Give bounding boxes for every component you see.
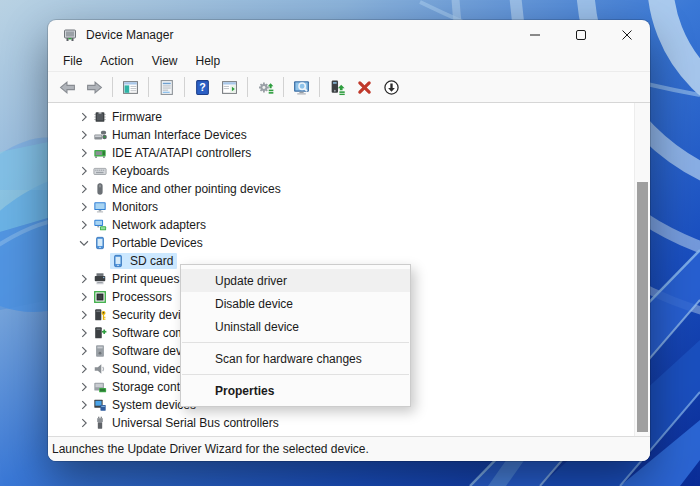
minimize-button[interactable]: [512, 20, 558, 50]
toolbar-separator: [112, 77, 113, 97]
chevron-right-icon[interactable]: [76, 307, 92, 323]
toolbar-separator: [247, 77, 248, 97]
tree-item-mice-and-other-pointing-devices[interactable]: Mice and other pointing devices: [48, 180, 635, 198]
uninstall-device-button[interactable]: [352, 75, 377, 100]
chevron-right-icon[interactable]: [76, 181, 92, 197]
keyboard-icon: [93, 164, 107, 178]
tree-item-portable-devices[interactable]: Portable Devices: [48, 234, 635, 252]
context-menu-separator: [182, 374, 409, 375]
printer-icon: [93, 272, 107, 286]
back-arrow-button[interactable]: [55, 75, 80, 100]
tree-item-ide-ata-atapi-controllers[interactable]: IDE ATA/ATAPI controllers: [48, 144, 635, 162]
update-driver-software-icon: [257, 79, 274, 96]
close-button[interactable]: [604, 20, 650, 50]
portable-device-icon: [111, 254, 125, 268]
tree-item-body: Monitors: [92, 199, 162, 215]
menubar-item-file[interactable]: File: [54, 52, 91, 70]
tree-item-label: SD card: [130, 254, 173, 268]
chevron-right-icon[interactable]: [76, 217, 92, 233]
scan-hardware-changes-button[interactable]: [289, 75, 314, 100]
disable-device-button[interactable]: [379, 75, 404, 100]
chevron-right-icon[interactable]: [76, 397, 92, 413]
tree-item-body: Print queues: [92, 271, 183, 287]
device-manager-icon: [62, 27, 78, 43]
menubar-item-action[interactable]: Action: [91, 52, 142, 70]
tree-item-body: Human Interface Devices: [92, 127, 251, 143]
toolbar-separator: [319, 77, 320, 97]
menubar-item-help[interactable]: Help: [187, 52, 230, 70]
help-button[interactable]: ?: [190, 75, 215, 100]
update-driver-button[interactable]: [325, 75, 350, 100]
tree-item-label: Mice and other pointing devices: [112, 182, 281, 196]
chevron-right-icon[interactable]: [76, 199, 92, 215]
chevron-right-icon[interactable]: [76, 163, 92, 179]
title-bar[interactable]: Device Manager: [48, 20, 650, 50]
maximize-icon: [576, 30, 586, 40]
chevron-spacer: [94, 253, 110, 269]
menubar-item-view[interactable]: View: [143, 52, 187, 70]
chevron-right-icon[interactable]: [76, 289, 92, 305]
maximize-button[interactable]: [558, 20, 604, 50]
chevron-right-icon[interactable]: [76, 361, 92, 377]
svg-text:?: ?: [199, 81, 205, 93]
update-driver-software-button[interactable]: [253, 75, 278, 100]
tree-item-human-interface-devices[interactable]: Human Interface Devices: [48, 126, 635, 144]
action-pane-button[interactable]: [217, 75, 242, 100]
chevron-right-icon[interactable]: [76, 271, 92, 287]
network-adapter-icon: [93, 218, 107, 232]
tree-item-label: Keyboards: [112, 164, 169, 178]
ide-controller-icon: [93, 146, 107, 160]
tree-item-network-adapters[interactable]: Network adapters: [48, 216, 635, 234]
chevron-right-icon[interactable]: [76, 379, 92, 395]
toolbar-separator: [283, 77, 284, 97]
forward-arrow-icon: [86, 79, 103, 96]
tree-item-label: Network adapters: [112, 218, 206, 232]
window-controls: [512, 20, 650, 50]
menu-bar: FileActionViewHelp: [48, 50, 650, 72]
toolbar: ?: [48, 72, 650, 103]
chevron-right-icon[interactable]: [76, 343, 92, 359]
tree-item-firmware[interactable]: Firmware: [48, 108, 635, 126]
hid-icon: [93, 128, 107, 142]
scan-hardware-changes-icon: [293, 79, 310, 96]
update-driver-icon: [329, 79, 346, 96]
vertical-scrollbar[interactable]: [634, 103, 650, 436]
tree-item-body: Firmware: [92, 109, 166, 125]
show-console-tree-icon: [122, 79, 139, 96]
chevron-right-icon[interactable]: [76, 127, 92, 143]
context-menu: Update driverDisable deviceUninstall dev…: [180, 264, 411, 407]
properties-button[interactable]: [154, 75, 179, 100]
tree-item-keyboards[interactable]: Keyboards: [48, 162, 635, 180]
scrollbar-thumb[interactable]: [637, 182, 648, 432]
window-title: Device Manager: [86, 28, 173, 42]
tree-item-label: Portable Devices: [112, 236, 203, 250]
back-arrow-icon: [59, 79, 76, 96]
tree-item-label: Firmware: [112, 110, 162, 124]
context-menu-item-scan-for-hardware-changes[interactable]: Scan for hardware changes: [181, 347, 410, 370]
tree-item-label: Processors: [112, 290, 172, 304]
chevron-right-icon[interactable]: [76, 415, 92, 431]
forward-arrow-button[interactable]: [82, 75, 107, 100]
context-menu-item-disable-device[interactable]: Disable device: [181, 292, 410, 315]
help-icon: ?: [194, 79, 211, 96]
action-pane-icon: [221, 79, 238, 96]
context-menu-item-properties[interactable]: Properties: [181, 379, 410, 402]
tree-item-label: Universal Serial Bus controllers: [112, 416, 279, 430]
sound-icon: [93, 362, 107, 376]
toolbar-separator: [184, 77, 185, 97]
chevron-right-icon[interactable]: [76, 325, 92, 341]
tree-item-label: Print queues: [112, 272, 179, 286]
chevron-right-icon[interactable]: [76, 109, 92, 125]
tree-item-body: Portable Devices: [92, 235, 207, 251]
tree-item-body: Keyboards: [92, 163, 173, 179]
show-console-tree-button[interactable]: [118, 75, 143, 100]
close-icon: [622, 30, 632, 40]
tree-item-universal-serial-bus-controllers[interactable]: Universal Serial Bus controllers: [48, 414, 635, 432]
context-menu-item-update-driver[interactable]: Update driver: [181, 269, 410, 292]
mouse-icon: [93, 182, 107, 196]
chevron-right-icon[interactable]: [76, 145, 92, 161]
status-text: Launches the Update Driver Wizard for th…: [52, 442, 369, 456]
context-menu-item-uninstall-device[interactable]: Uninstall device: [181, 315, 410, 338]
tree-item-monitors[interactable]: Monitors: [48, 198, 635, 216]
chevron-down-icon[interactable]: [76, 235, 92, 251]
